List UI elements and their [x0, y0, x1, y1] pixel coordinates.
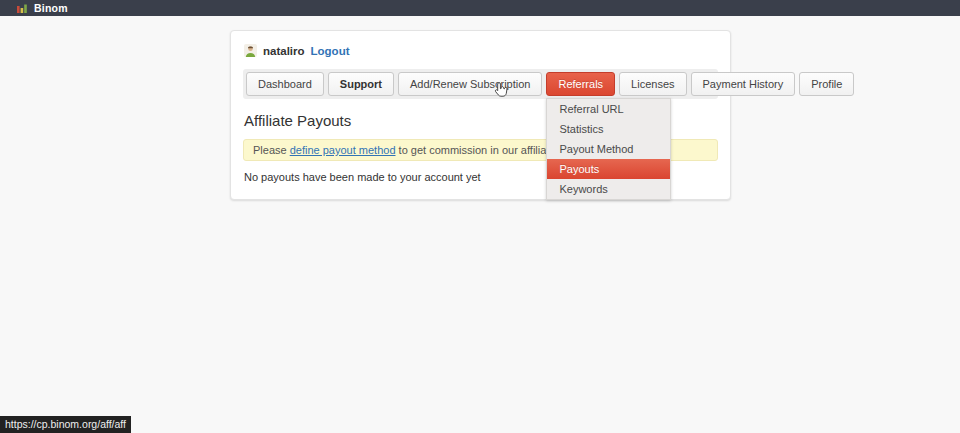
menu-item-payout-method[interactable]: Payout Method — [547, 139, 670, 159]
nav-profile-button[interactable]: Profile — [799, 72, 854, 96]
define-payout-method-link[interactable]: define payout method — [290, 144, 396, 156]
user-row: nataliro Logout — [243, 42, 718, 61]
logout-link[interactable]: Logout — [311, 45, 350, 57]
account-card: nataliro Logout Dashboard Support Add/Re… — [230, 30, 731, 200]
nav-dashboard-button[interactable]: Dashboard — [246, 72, 324, 96]
bar-chart-icon — [17, 3, 27, 13]
nav-licenses-button[interactable]: Licenses — [619, 72, 686, 96]
top-bar: Binom — [0, 0, 960, 16]
brand-title: Binom — [34, 2, 68, 14]
referrals-dropdown-menu: Referral URL Statistics Payout Method Pa… — [546, 98, 671, 200]
nav-support-button[interactable]: Support — [328, 72, 394, 96]
menu-item-keywords[interactable]: Keywords — [547, 179, 670, 199]
nav-referrals-button[interactable]: Referrals Referral URL Statistics Payout… — [546, 72, 615, 96]
menu-item-referral-url[interactable]: Referral URL — [547, 99, 670, 119]
user-avatar-icon — [244, 44, 257, 57]
browser-status-url: https://cp.binom.org/aff/aff — [0, 416, 131, 433]
user-name: nataliro — [263, 45, 305, 57]
nav-referrals-label: Referrals — [558, 78, 603, 90]
menu-item-statistics[interactable]: Statistics — [547, 119, 670, 139]
nav-payment-history-button[interactable]: Payment History — [691, 72, 796, 96]
menu-item-payouts[interactable]: Payouts — [547, 159, 670, 179]
nav-add-renew-subscription-button[interactable]: Add/Renew Subscription — [398, 72, 542, 96]
alert-text-prefix: Please — [253, 144, 290, 156]
nav-toolbar: Dashboard Support Add/Renew Subscription… — [243, 69, 718, 99]
